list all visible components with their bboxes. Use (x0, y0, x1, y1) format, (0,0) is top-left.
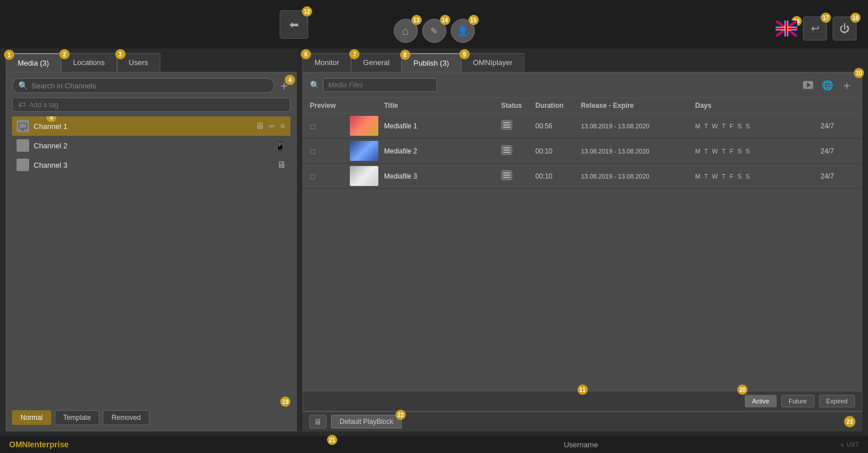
tag-input[interactable] (29, 101, 284, 109)
media-tab-badge: 1 (4, 50, 14, 60)
tab-media[interactable]: 1 Media (3) (6, 53, 61, 72)
power-badge: 18 (850, 13, 861, 23)
template-button[interactable]: Template (55, 410, 100, 425)
row3-allday: 24/7 (821, 172, 855, 180)
header-release: Release - Expire (581, 102, 695, 110)
tab-omniplayer[interactable]: 9 OMNIplayer (461, 53, 524, 72)
left-tab-bar: 1 Media (3) 2 Locations 3 Users (6, 53, 297, 72)
home-button[interactable]: 13 ⌂ (394, 19, 418, 43)
tab-general[interactable]: 7 General (351, 53, 401, 72)
header-preview: Preview (310, 102, 350, 110)
playblock-badge: 22 (395, 410, 406, 420)
channel-item-2[interactable]: Channel 2 📱 (12, 136, 290, 155)
media-search-input[interactable] (323, 78, 437, 92)
top-bar-right: 16 17 ↩ 18 ⏻ (776, 17, 857, 41)
table-row[interactable]: ◻ Mediafile 2 00:10 13.08.2019 - 13.08.2… (303, 139, 862, 164)
add-media-button[interactable]: ＋ (839, 77, 855, 93)
channel-item-1[interactable]: Channel 1 🖥 ✏ ✕ 5 (12, 116, 290, 136)
channel-search-input[interactable] (31, 82, 268, 90)
tab-users-label: Users (129, 58, 148, 67)
header-type (350, 102, 384, 110)
channel-item-3[interactable]: Channel 3 🖥 (12, 155, 290, 175)
playblock-label: Default PlayBlock (340, 418, 393, 426)
top-bar: 12 ⬅ 13 ⌂ 14 ✎ 15 👤 16 17 ↩ (0, 0, 868, 48)
omni-logo-omni: OMNI (9, 440, 30, 449)
removed-button[interactable]: Removed (103, 410, 149, 425)
power-button[interactable]: 18 ⏻ (833, 17, 857, 41)
channel-1-icon (17, 120, 29, 132)
tab-media-label: Media (3) (18, 59, 49, 67)
row2-days: M T W T F S S (695, 148, 821, 155)
home-badge: 13 (411, 15, 422, 25)
header-days: Days (695, 102, 821, 110)
back-arrow-icon: ⬅ (289, 18, 299, 31)
left-panel-body: 🔍 4 ＋ 🏷 Channel (6, 72, 297, 431)
left-panel: 1 Media (3) 2 Locations 3 Users 🔍 4 (6, 53, 297, 431)
tab-publish[interactable]: 8 Publish (3) (402, 53, 461, 72)
bottom-badge-21-wrapper: 21 (322, 439, 333, 450)
playblock-monitor-icon[interactable]: 🖥 (309, 415, 326, 428)
edit-button[interactable]: 14 ✎ (422, 19, 446, 43)
add-button-wrapper: 4 ＋ (278, 79, 290, 92)
channel-1-device: 🖥 (255, 121, 264, 131)
normal-button[interactable]: Normal (12, 410, 51, 425)
row3-preview-cell: ◻ (310, 172, 350, 180)
table-row[interactable]: ◻ Mediafile 3 00:10 13.08.2019 - 13.08.2… (303, 164, 862, 189)
tab-omniplayer-label: OMNIplayer (473, 58, 512, 67)
bottom-buttons: 19 Normal Template Removed (12, 408, 290, 425)
search-icon: 🔍 (18, 81, 28, 90)
tab-monitor[interactable]: 6 Monitor (302, 53, 351, 72)
table-row[interactable]: ◻ Mediafile 1 00:56 13.08.2019 - 13.08.2… (303, 114, 862, 139)
username: Username (564, 440, 598, 449)
flag-icon (776, 21, 797, 37)
playblock-tab[interactable]: 22 Default PlayBlock (331, 415, 402, 428)
monitor-tab-badge: 6 (301, 49, 311, 59)
row1-thumb (350, 116, 378, 136)
channel-2-name: Channel 2 (34, 141, 270, 150)
expired-filter-button[interactable]: Expired (819, 395, 855, 407)
channel-list-badge: 5 (46, 116, 56, 122)
tab-users[interactable]: 3 Users (117, 53, 160, 72)
svg-rect-5 (19, 163, 27, 168)
media-search-icon: 🔍 (310, 80, 320, 90)
right-tab-bar: 6 Monitor 7 General 8 Publish (3) 9 OMNI… (302, 53, 862, 72)
tag-bar: 🏷 (12, 98, 290, 112)
undo-button[interactable]: 17 ↩ (803, 17, 827, 41)
youtube-button[interactable] (800, 77, 816, 93)
row2-thumb (350, 141, 378, 161)
row3-release: 13.08.2019 - 13.08.2020 (581, 173, 695, 180)
undo-badge: 17 (821, 13, 831, 23)
locations-tab-badge: 2 (59, 49, 70, 59)
user-icon: 👤 (457, 26, 469, 37)
row3-select-icon: ◻ (310, 172, 316, 180)
general-tab-badge: 7 (349, 49, 360, 59)
tab-locations-label: Locations (73, 58, 105, 67)
user-badge: 15 (469, 15, 479, 25)
svg-rect-0 (19, 123, 27, 128)
row1-preview-cell: ◻ (310, 122, 350, 130)
channel-1-edit-icon[interactable]: ✏ (269, 122, 275, 131)
web-button[interactable]: 🌐 (819, 77, 835, 93)
omni-logo-enterprise: enterprise (30, 440, 69, 449)
row2-allday: 24/7 (821, 147, 855, 155)
tab-locations[interactable]: 2 Locations (61, 53, 117, 72)
row3-thumb (350, 166, 378, 186)
right-panel-body: 🔍 10 🌐 ＋ Preview Title Status Duration R… (302, 72, 862, 411)
version-text: v. UX7 (841, 441, 859, 448)
row3-days: M T W T F S S (695, 173, 821, 180)
channel-1-close-icon[interactable]: ✕ (280, 122, 286, 131)
row1-title: Mediafile 1 (384, 122, 501, 130)
status-bar: OMNIenterprise 21 Username v. UX7 (0, 436, 868, 453)
main-content: 1 Media (3) 2 Locations 3 Users 🔍 4 (0, 48, 868, 436)
future-filter-button[interactable]: Future (781, 395, 814, 407)
row2-release: 13.08.2019 - 13.08.2020 (581, 148, 695, 155)
back-button[interactable]: 12 ⬅ (280, 10, 308, 39)
user-button[interactable]: 15 👤 (451, 19, 475, 43)
bottom-left-badge: 21 (327, 435, 337, 445)
channel-3-name: Channel 3 (34, 161, 272, 169)
active-filter-button[interactable]: Active (745, 395, 777, 407)
row1-release: 13.08.2019 - 13.08.2020 (581, 123, 695, 130)
channel-3-icon (17, 159, 29, 171)
language-button[interactable]: 16 (776, 21, 797, 37)
row2-select-icon: ◻ (310, 147, 316, 155)
